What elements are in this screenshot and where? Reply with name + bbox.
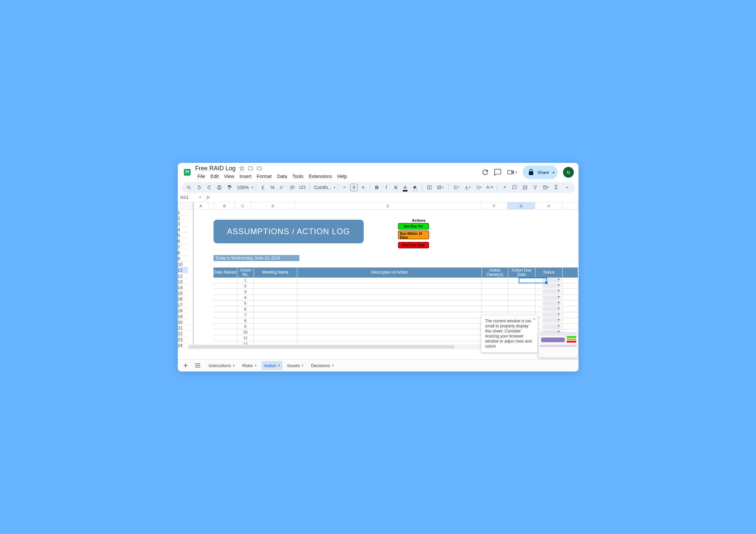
table-view-button[interactable]: ▾ bbox=[541, 183, 551, 192]
table-cell[interactable] bbox=[535, 295, 563, 300]
table-cell[interactable] bbox=[213, 335, 238, 341]
row-header-9[interactable]: 9 bbox=[178, 256, 188, 261]
table-cell[interactable] bbox=[254, 306, 297, 312]
undo-icon[interactable] bbox=[195, 183, 203, 192]
row-header-19[interactable]: 19 bbox=[178, 314, 188, 319]
table-cell[interactable]: 6 bbox=[237, 306, 254, 312]
table-row[interactable]: 5 bbox=[213, 300, 579, 306]
table-cell[interactable] bbox=[213, 289, 238, 294]
table-cell[interactable] bbox=[254, 300, 297, 306]
table-cell[interactable] bbox=[508, 278, 535, 283]
text-rotation-button[interactable]: A↗▾ bbox=[485, 183, 494, 192]
status-dropdown-chip[interactable] bbox=[542, 284, 561, 288]
table-cell[interactable] bbox=[482, 300, 508, 306]
insert-chart-button[interactable] bbox=[521, 183, 529, 192]
status-dropdown-chip[interactable] bbox=[542, 313, 561, 317]
sheet-tab-action[interactable]: Action▾ bbox=[261, 361, 283, 370]
sheet-tab-menu-icon[interactable]: ▾ bbox=[332, 364, 334, 367]
table-cell[interactable] bbox=[297, 329, 482, 335]
table-cell[interactable] bbox=[563, 283, 578, 289]
last-edit-icon[interactable] bbox=[481, 169, 489, 176]
currency-button[interactable]: £ bbox=[259, 183, 267, 192]
comments-icon[interactable] bbox=[494, 169, 501, 176]
text-wrap-button[interactable]: ▾ bbox=[474, 183, 484, 192]
table-cell[interactable] bbox=[254, 289, 297, 294]
insert-link-button[interactable] bbox=[500, 183, 509, 192]
table-cell[interactable] bbox=[213, 318, 238, 323]
status-dropdown-chip[interactable] bbox=[542, 324, 561, 329]
table-cell[interactable] bbox=[254, 329, 297, 335]
menu-file[interactable]: File bbox=[195, 173, 208, 180]
table-cell[interactable] bbox=[563, 318, 578, 323]
menu-view[interactable]: View bbox=[222, 173, 236, 180]
col-header-D[interactable]: D bbox=[251, 202, 295, 209]
account-avatar[interactable]: N bbox=[563, 167, 574, 178]
col-header-G[interactable]: G bbox=[507, 202, 535, 209]
table-cell[interactable] bbox=[535, 283, 563, 289]
table-cell[interactable]: 2 bbox=[237, 283, 254, 289]
row-header-18[interactable]: 18 bbox=[178, 308, 188, 314]
borders-button[interactable] bbox=[425, 183, 434, 192]
text-color-button[interactable]: A bbox=[401, 183, 409, 192]
table-cell[interactable] bbox=[297, 324, 482, 329]
table-cell[interactable] bbox=[508, 283, 535, 289]
row-header-11[interactable]: 11 bbox=[178, 267, 188, 273]
table-cell[interactable] bbox=[535, 289, 563, 294]
col-header-F[interactable]: F bbox=[481, 202, 507, 209]
table-cell[interactable] bbox=[563, 300, 578, 306]
table-cell[interactable]: 8 bbox=[237, 318, 254, 323]
menu-data[interactable]: Data bbox=[275, 173, 290, 180]
increase-font-size[interactable]: + bbox=[359, 183, 367, 192]
table-cell[interactable] bbox=[563, 306, 578, 312]
status-dropdown-chip[interactable] bbox=[542, 278, 561, 282]
menu-format[interactable]: Format bbox=[254, 173, 274, 180]
row-header-6[interactable]: 6 bbox=[178, 238, 188, 244]
status-dropdown-chip[interactable] bbox=[542, 295, 561, 300]
table-cell[interactable] bbox=[254, 283, 297, 289]
table-cell[interactable]: 4 bbox=[237, 295, 254, 300]
sheet-tab-menu-icon[interactable]: ▾ bbox=[255, 364, 257, 367]
more-formats-button[interactable]: 123 bbox=[297, 183, 307, 192]
row-header-8[interactable]: 8 bbox=[178, 250, 188, 256]
table-row[interactable]: 2 bbox=[213, 283, 579, 289]
table-cell[interactable]: 3 bbox=[237, 289, 254, 294]
table-cell[interactable] bbox=[535, 306, 563, 312]
table-cell[interactable] bbox=[254, 278, 297, 283]
table-cell[interactable] bbox=[254, 312, 297, 318]
row-header-14[interactable]: 14 bbox=[178, 285, 188, 290]
table-cell[interactable] bbox=[535, 278, 563, 283]
table-cell[interactable] bbox=[254, 318, 297, 323]
table-cell[interactable] bbox=[508, 295, 535, 300]
bold-button[interactable]: B bbox=[373, 183, 381, 192]
insert-comment-button[interactable] bbox=[510, 183, 519, 192]
table-cell[interactable] bbox=[482, 295, 508, 300]
status-dropdown-chip[interactable] bbox=[542, 289, 561, 294]
table-cell[interactable] bbox=[535, 312, 563, 318]
tooltip-close-icon[interactable]: ✕ bbox=[533, 317, 536, 322]
table-cell[interactable] bbox=[508, 289, 535, 294]
table-cell[interactable] bbox=[254, 335, 297, 341]
row-header-1[interactable]: 1 bbox=[178, 210, 188, 215]
table-cell[interactable] bbox=[563, 324, 578, 329]
table-cell[interactable] bbox=[254, 324, 297, 329]
table-cell[interactable] bbox=[297, 318, 482, 323]
table-cell[interactable] bbox=[297, 335, 482, 341]
table-cell[interactable] bbox=[213, 278, 238, 283]
row-header-17[interactable]: 17 bbox=[178, 302, 188, 308]
table-cell[interactable]: 11 bbox=[237, 335, 254, 341]
strikethrough-button[interactable]: S bbox=[392, 183, 400, 192]
table-cell[interactable]: 10 bbox=[237, 329, 254, 335]
row-header-24[interactable]: 24 bbox=[178, 343, 188, 348]
table-cell[interactable]: 5 bbox=[237, 300, 254, 306]
filter-button[interactable] bbox=[531, 183, 539, 192]
table-cell[interactable] bbox=[563, 295, 578, 300]
vertical-align-button[interactable]: ▾ bbox=[462, 183, 472, 192]
menu-tools[interactable]: Tools bbox=[290, 173, 306, 180]
star-icon[interactable] bbox=[239, 166, 244, 171]
status-dropdown-chip[interactable] bbox=[542, 307, 561, 311]
sheets-logo[interactable] bbox=[183, 166, 192, 178]
functions-button[interactable]: Σ bbox=[552, 183, 560, 192]
merge-cells-button[interactable]: ▾ bbox=[435, 183, 446, 192]
menu-insert[interactable]: Insert bbox=[237, 173, 254, 180]
formula-input[interactable] bbox=[212, 193, 579, 202]
